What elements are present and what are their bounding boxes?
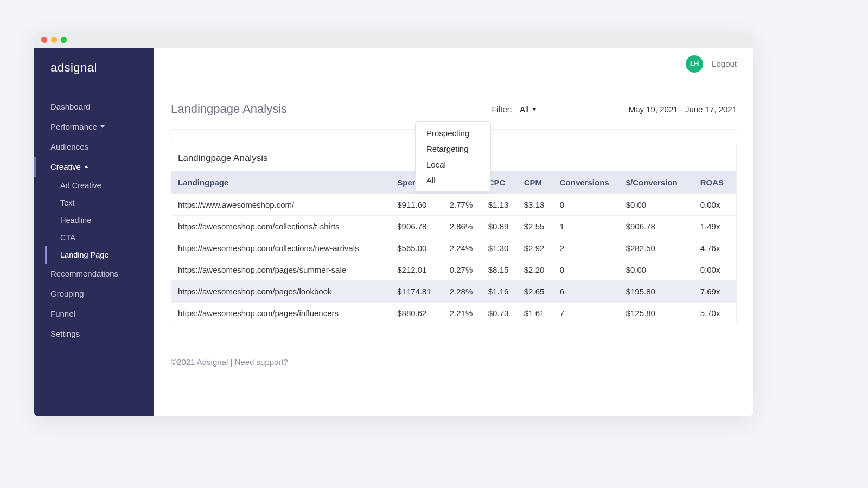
cell-roas: 1.49x (695, 216, 736, 237)
logout-link[interactable]: Logout (712, 59, 737, 68)
cell-ctr: 2.24% (444, 237, 483, 259)
sidebar-subitem-text[interactable]: Text (34, 194, 154, 211)
sidebar-item-recommendations[interactable]: Recommendations (34, 264, 154, 284)
landingpage-table: Landingpage Spend CTR CPC CPM Conversion… (171, 171, 736, 324)
sidebar-item-funnel[interactable]: Funnel (34, 304, 154, 324)
filter-option-prospecting[interactable]: Prospecting (416, 125, 490, 141)
cell-dpc: $0.00 (621, 194, 695, 216)
sidebar-item-label: Performance (50, 122, 97, 131)
cell-landingpage: https://awesomeshop.com/pages/influencer… (171, 303, 392, 324)
cell-ctr: 2.77% (444, 194, 483, 216)
table-row[interactable]: https://awesomeshop.com/collections/new-… (171, 237, 736, 259)
cell-conversions: 1 (554, 216, 621, 237)
cell-cpm: $3.13 (519, 194, 554, 216)
filter-option-all[interactable]: All (416, 172, 490, 188)
cell-ctr: 2.21% (444, 303, 483, 324)
caret-down-icon (532, 108, 537, 111)
table-row[interactable]: https://awesomeshop.com/pages/influencer… (171, 303, 736, 324)
cell-roas: 4.76x (695, 237, 736, 259)
sidebar-subitem-landing-page[interactable]: Landing Page (45, 246, 154, 264)
table-row[interactable]: https://www.awesomeshop.com/$911.602.77%… (171, 194, 736, 216)
cell-conversions: 0 (554, 194, 621, 216)
page-title: Landingpage Analysis (171, 102, 287, 116)
window-minimize-dot[interactable] (51, 37, 57, 43)
date-range-picker[interactable]: May 19, 2021 - June 17, 2021 (629, 105, 737, 114)
cell-conversions: 7 (554, 303, 621, 324)
cell-spend: $911.60 (392, 194, 444, 216)
cell-cpm: $2.65 (519, 281, 554, 303)
cell-cpc: $1.30 (483, 237, 519, 259)
filter-option-retargeting[interactable]: Retargeting (416, 141, 490, 157)
sidebar: adsignal Dashboard Performance Audiences… (34, 48, 154, 416)
th-cpm[interactable]: CPM (519, 171, 554, 194)
footer-text: ©2021 Adsignal | Need support? (154, 346, 753, 377)
table-row[interactable]: https://awesomeshop.com/pages/summer-sal… (171, 259, 736, 281)
cell-conversions: 0 (554, 259, 621, 281)
sidebar-subitem-ad-creative[interactable]: Ad Creative (34, 177, 154, 194)
browser-titlebar (34, 32, 753, 48)
sidebar-subitem-headline[interactable]: Headline (34, 211, 154, 229)
sidebar-item-settings[interactable]: Settings (34, 324, 154, 344)
cell-roas: 0.00x (695, 194, 736, 216)
cell-cpc: $1.13 (483, 194, 519, 216)
topbar: LH Logout (154, 48, 753, 80)
cell-dpc: $125.80 (621, 303, 695, 324)
cell-cpc: $8.15 (483, 259, 519, 281)
filter-current-value: All (520, 105, 529, 114)
filter-dropdown-toggle[interactable]: All (520, 105, 537, 114)
th-landingpage[interactable]: Landingpage (171, 171, 392, 194)
table-row[interactable]: https://awesomeshop.com/collections/t-sh… (171, 216, 736, 237)
main-content: LH Logout Landingpage Analysis Filter: A… (154, 48, 753, 416)
cell-cpc: $1.16 (483, 281, 519, 303)
sidebar-item-creative[interactable]: Creative (34, 157, 154, 177)
table-row[interactable]: https://awesomeshop.com/pages/lookbook$1… (171, 281, 736, 303)
cell-spend: $906.78 (392, 216, 444, 237)
cell-cpm: $2.20 (519, 259, 554, 281)
filter-label: Filter: (492, 105, 513, 114)
caret-up-icon (84, 165, 88, 168)
cell-landingpage: https://www.awesomeshop.com/ (171, 194, 392, 216)
th-dollar-per-conversion[interactable]: $/Conversion (621, 171, 695, 194)
cell-cpm: $1.61 (519, 303, 554, 324)
cell-cpm: $2.92 (519, 237, 554, 259)
browser-frame: adsignal Dashboard Performance Audiences… (34, 32, 753, 416)
sidebar-item-dashboard[interactable]: Dashboard (34, 97, 154, 117)
cell-roas: 0.00x (695, 259, 736, 281)
cell-cpc: $0.73 (483, 303, 519, 324)
cell-dpc: $282.50 (621, 237, 695, 259)
window-close-dot[interactable] (41, 37, 47, 43)
th-roas[interactable]: ROAS (695, 171, 736, 194)
filter-dropdown-menu: Prospecting Retargeting Local All (415, 121, 491, 192)
cell-dpc: $906.78 (621, 216, 695, 237)
th-conversions[interactable]: Conversions (554, 171, 621, 194)
sidebar-item-label: Creative (50, 162, 81, 171)
brand-logo: adsignal (34, 61, 154, 97)
cell-dpc: $0.00 (621, 259, 695, 281)
cell-spend: $212.01 (392, 259, 444, 281)
avatar[interactable]: LH (686, 55, 703, 73)
cell-ctr: 0.27% (444, 259, 483, 281)
cell-conversions: 6 (554, 281, 621, 303)
cell-roas: 5.70x (695, 303, 736, 324)
cell-dpc: $195.80 (621, 281, 695, 303)
cell-cpc: $0.89 (483, 216, 519, 237)
cell-landingpage: https://awesomeshop.com/pages/lookbook (171, 281, 392, 303)
page-header: Landingpage Analysis Filter: All May 19,… (171, 102, 737, 130)
cell-spend: $565.00 (392, 237, 444, 259)
cell-landingpage: https://awesomeshop.com/collections/t-sh… (171, 216, 392, 237)
cell-ctr: 2.86% (444, 216, 483, 237)
sidebar-item-audiences[interactable]: Audiences (34, 137, 154, 157)
cell-landingpage: https://awesomeshop.com/collections/new-… (171, 237, 392, 259)
cell-roas: 7.69x (695, 281, 736, 303)
filter-option-local[interactable]: Local (416, 157, 490, 172)
sidebar-subitem-cta[interactable]: CTA (34, 229, 154, 246)
cell-cpm: $2.55 (519, 216, 554, 237)
cell-spend: $880.62 (392, 303, 444, 324)
cell-conversions: 2 (554, 237, 621, 259)
cell-landingpage: https://awesomeshop.com/pages/summer-sal… (171, 259, 392, 281)
caret-down-icon (100, 125, 105, 128)
sidebar-item-grouping[interactable]: Grouping (34, 284, 154, 304)
cell-ctr: 2.28% (444, 281, 483, 303)
sidebar-item-performance[interactable]: Performance (34, 117, 154, 137)
window-maximize-dot[interactable] (61, 37, 67, 43)
